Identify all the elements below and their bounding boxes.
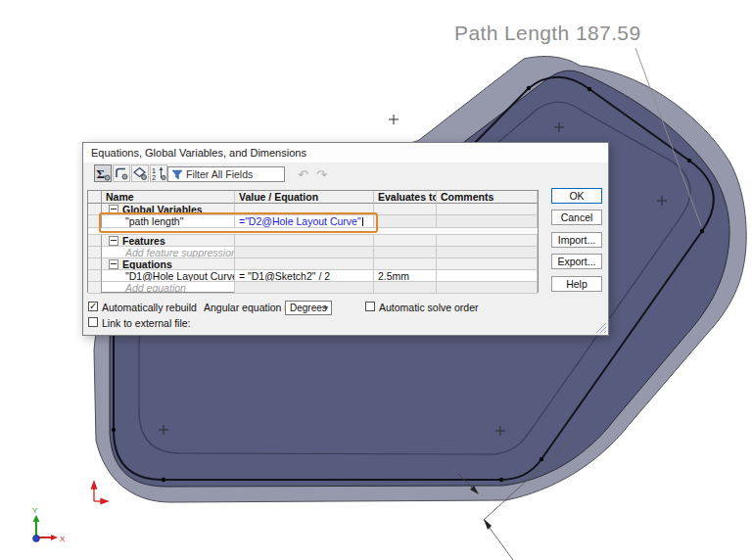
col-header-comments[interactable]: Comments [437, 191, 538, 204]
auto-solve-checkbox[interactable] [365, 302, 375, 311]
auto-rebuild-label: Automatically rebuild [102, 302, 197, 313]
col-header-evaluates[interactable]: Evaluates to [374, 191, 437, 204]
triad-x-label: X [60, 535, 66, 543]
export-button[interactable]: Export... [551, 254, 602, 269]
svg-text:Σ: Σ [97, 166, 106, 181]
equation-value-cell[interactable]: = "D1@Sketch2" / 2 [235, 270, 374, 282]
sketch-point[interactable] [499, 478, 503, 482]
sketch-point[interactable] [527, 86, 531, 90]
evaluates-cell: 2.5mm [374, 270, 437, 282]
sketch-point[interactable] [162, 478, 165, 482]
variable-name-cell[interactable]: "path length" [102, 215, 235, 228]
group-row-features[interactable]: Features [88, 235, 538, 247]
equations-table[interactable]: Name Value / Equation Evaluates to Comme… [87, 190, 539, 293]
redo-icon[interactable]: ↷ [316, 167, 327, 182]
collapse-icon[interactable] [109, 205, 118, 214]
resize-grip[interactable] [596, 323, 606, 333]
auto-solve-label: Automatic solve order [379, 302, 479, 313]
dimension-arrow [484, 519, 492, 530]
arc-center-marker [389, 115, 399, 124]
col-header-name[interactable]: Name [102, 191, 235, 204]
ordered-view-button[interactable]: 1 2 [150, 164, 167, 182]
sketch-point[interactable] [112, 428, 116, 432]
sketch-point[interactable] [687, 159, 691, 163]
angular-units-dropdown[interactable]: Degrees ▾ [285, 301, 332, 315]
ordered-list-icon: 1 2 [151, 165, 166, 181]
dialog-title: Equations, Global Variables, and Dimensi… [83, 143, 608, 163]
table-row-path-length[interactable]: "path length" ="D2@Hole Layout Curve" [88, 215, 538, 228]
sketch-equation-view-button[interactable] [113, 164, 130, 182]
link-external-label: Link to external file: [102, 317, 190, 329]
sigma-icon: Σ [95, 165, 111, 181]
help-button[interactable]: Help [551, 276, 602, 292]
ok-button[interactable]: OK [551, 188, 602, 204]
corner-curve-icon [114, 165, 129, 181]
filter-input[interactable] [186, 168, 284, 180]
comments-cell[interactable] [437, 215, 538, 228]
variable-value-cell[interactable]: ="D2@Hole Layout Curve" [235, 215, 374, 228]
equation-view-button[interactable]: Σ [94, 164, 112, 182]
auto-rebuild-checkbox[interactable] [88, 302, 98, 311]
cancel-button[interactable]: Cancel [551, 210, 602, 225]
equations-dialog[interactable]: Equations, Global Variables, and Dimensi… [82, 142, 609, 336]
sketch-point[interactable] [700, 229, 704, 233]
evaluates-cell [374, 215, 437, 228]
section-spacer [88, 228, 538, 235]
sketch-point[interactable] [540, 457, 543, 461]
solidworks-viewport: Y X Path Length 187.59 Equations, Global… [0, 0, 752, 560]
table-row-add-equation[interactable]: Add equation [88, 282, 538, 294]
diamond-icon [132, 165, 148, 181]
view-triad[interactable]: Y X [32, 506, 66, 543]
collapse-icon[interactable] [109, 259, 118, 269]
dimension-view-button[interactable] [131, 164, 149, 182]
comments-cell[interactable] [437, 270, 538, 282]
group-row-equations[interactable]: Equations [88, 258, 538, 270]
table-row-add-feature[interactable]: Add feature suppression [88, 247, 538, 258]
text-cursor [362, 217, 363, 226]
svg-text:2: 2 [152, 173, 156, 181]
equation-name-cell[interactable]: "D1@Hole Layout Curve" [102, 270, 235, 282]
add-equation-placeholder[interactable]: Add equation [102, 282, 235, 294]
link-external-checkbox[interactable] [88, 317, 98, 327]
add-feature-placeholder[interactable]: Add feature suppression [102, 247, 235, 258]
sketch-point[interactable] [588, 87, 591, 91]
collapse-icon[interactable] [109, 236, 118, 246]
group-row-global-variables[interactable]: Global Variables [88, 204, 538, 215]
import-button[interactable]: Import... [551, 232, 602, 248]
triad-y-label: Y [32, 506, 38, 515]
table-row-d1-equation[interactable]: "D1@Hole Layout Curve" = "D1@Sketch2" / … [88, 270, 538, 282]
col-header-value[interactable]: Value / Equation [235, 191, 374, 204]
triad-origin-dot [33, 536, 40, 542]
path-length-dimension-text[interactable]: Path Length 187.59 [454, 22, 641, 45]
sketch-origin[interactable] [92, 482, 109, 504]
filter-funnel-icon [171, 169, 183, 180]
undo-icon[interactable]: ↶ [298, 167, 308, 182]
table-header-row: Name Value / Equation Evaluates to Comme… [88, 191, 538, 204]
filter-field[interactable] [167, 166, 285, 182]
chevron-down-icon: ▾ [324, 302, 328, 314]
